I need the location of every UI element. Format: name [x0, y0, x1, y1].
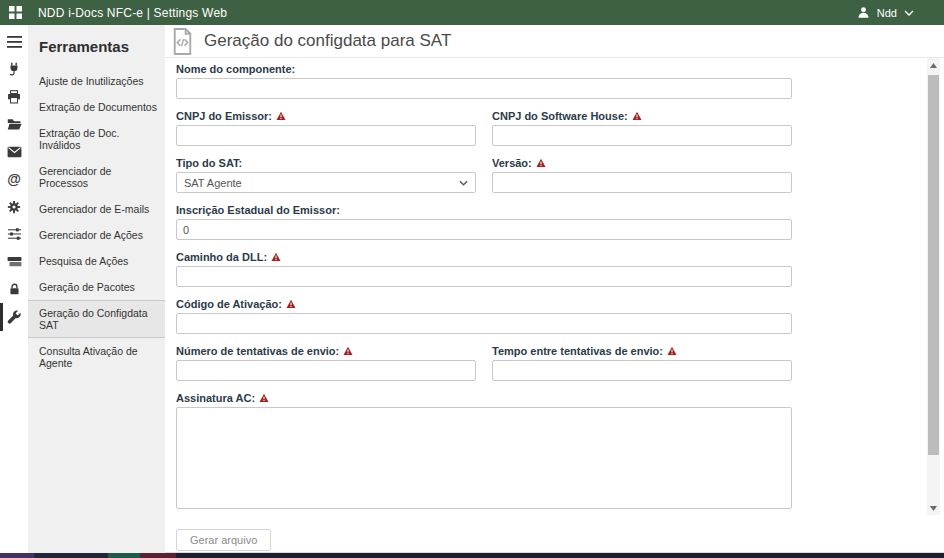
assinatura-ac-textarea[interactable]: [176, 407, 792, 509]
gear-icon: [7, 200, 21, 214]
app-launcher-button[interactable]: [0, 0, 30, 25]
folder-open-icon: [7, 117, 22, 131]
strip-segment: [140, 553, 176, 558]
tools-sidebar: Ferramentas Ajuste de Inutilizações Extr…: [28, 25, 165, 553]
strip-segment: [34, 553, 108, 558]
lock-icon: [8, 282, 21, 296]
field-nome-componente: Nome do componente:: [176, 63, 792, 99]
required-warning-icon: [632, 111, 642, 121]
taskbar-edge-strip: [0, 553, 944, 558]
sidebar-item-gerenciador-processos[interactable]: Gerenciador de Processos: [28, 158, 165, 196]
sidebar-item-ajuste-inutilizacoes[interactable]: Ajuste de Inutilizações: [28, 68, 165, 94]
config-file-icon: [170, 28, 195, 55]
field-label: Tipo do SAT:: [176, 157, 476, 169]
nav-icon-rail: @: [0, 25, 28, 553]
nav-plug-button[interactable]: [0, 56, 28, 84]
tipo-sat-selected-value: SAT Agente: [184, 177, 242, 189]
app-title: NDD i-Docs NFC-e | Settings Web: [38, 6, 227, 20]
sidebar-item-extracao-documentos[interactable]: Extração de Documentos: [28, 94, 165, 120]
field-assinatura-ac: Assinatura AC:: [176, 392, 792, 513]
codigo-ativacao-input[interactable]: [176, 313, 792, 334]
inscricao-estadual-input[interactable]: [176, 219, 792, 240]
field-cnpj-emissor: CNPJ do Emissor:: [176, 110, 476, 146]
field-inscricao-estadual: Inscrição Estadual do Emissor:: [176, 204, 792, 240]
scrollbar-down-button[interactable]: [927, 501, 940, 515]
gerar-arquivo-button[interactable]: Gerar arquivo: [176, 529, 271, 551]
sidebar-item-geracao-configdata-sat[interactable]: Geração do Configdata SAT: [28, 300, 165, 338]
at-sign-icon: @: [7, 172, 21, 186]
page-title: Geração do configdata para SAT: [204, 31, 451, 51]
sidebar-item-consulta-ativacao-agente[interactable]: Consulta Ativação de Agente: [28, 338, 165, 376]
cnpj-emissor-input[interactable]: [176, 125, 476, 146]
nav-settings-button[interactable]: [0, 193, 28, 221]
nav-menu-button[interactable]: [0, 28, 28, 56]
scrollbar-up-button[interactable]: [927, 58, 940, 72]
field-tempo-tentativas: Tempo entre tentativas de envio:: [492, 345, 792, 381]
field-label: Número de tentativas de envio:: [176, 345, 476, 357]
field-codigo-ativacao: Código de Ativação:: [176, 298, 792, 334]
required-warning-icon: [286, 299, 296, 309]
main-content: Geração do configdata para SAT Nome do c…: [165, 25, 944, 553]
wrench-icon: [7, 310, 21, 324]
vertical-scrollbar[interactable]: [927, 58, 940, 515]
scrollbar-thumb[interactable]: [928, 75, 939, 455]
configdata-form: Nome do componente: CNPJ do Emissor: CNP…: [176, 63, 792, 513]
cnpj-software-house-input[interactable]: [492, 125, 792, 146]
nav-printer-button[interactable]: [0, 83, 28, 111]
strip-segment: [108, 553, 140, 558]
row-cnpj: CNPJ do Emissor: CNPJ do Software House:: [176, 110, 792, 146]
nav-at-button[interactable]: @: [0, 166, 28, 194]
nav-sliders-button[interactable]: [0, 221, 28, 249]
nome-componente-input[interactable]: [176, 78, 792, 99]
nav-email-button[interactable]: [0, 138, 28, 166]
caminho-dll-input[interactable]: [176, 266, 792, 287]
strip-segment: [0, 553, 34, 558]
tipo-sat-select[interactable]: SAT Agente: [176, 172, 476, 193]
form-scroll-area: Nome do componente: CNPJ do Emissor: CNP…: [165, 58, 925, 515]
row-tipo-versao: Tipo do SAT: SAT Agente Versão:: [176, 157, 792, 193]
field-numero-tentativas: Número de tentativas de envio:: [176, 345, 476, 381]
versao-input[interactable]: [492, 172, 792, 193]
sidebar-item-gerenciador-acoes[interactable]: Gerenciador de Ações: [28, 222, 165, 248]
field-tipo-sat: Tipo do SAT: SAT Agente: [176, 157, 476, 193]
field-caminho-dll: Caminho da DLL:: [176, 251, 792, 287]
sidebar-item-extracao-doc-invalidos[interactable]: Extração de Doc. Inválidos: [28, 120, 165, 158]
envelope-icon: [7, 146, 22, 158]
sidebar-item-pesquisa-acoes[interactable]: Pesquisa de Ações: [28, 248, 165, 274]
required-warning-icon: [667, 346, 677, 356]
required-warning-icon: [536, 158, 546, 168]
field-label: Código de Ativação:: [176, 298, 792, 310]
required-warning-icon: [276, 111, 286, 121]
field-versao: Versão:: [492, 157, 792, 193]
chevron-down-icon: [904, 10, 914, 16]
field-label: Caminho da DLL:: [176, 251, 792, 263]
server-icon: [7, 256, 22, 268]
nav-folder-button[interactable]: [0, 111, 28, 139]
field-label: Versão:: [492, 157, 792, 169]
sidebar-item-gerenciador-emails[interactable]: Gerenciador de E-mails: [28, 196, 165, 222]
numero-tentativas-input[interactable]: [176, 360, 476, 381]
tempo-tentativas-input[interactable]: [492, 360, 792, 381]
page-header: Geração do configdata para SAT: [165, 25, 944, 58]
plug-icon: [7, 62, 21, 77]
field-label: Inscrição Estadual do Emissor:: [176, 204, 792, 216]
field-label: CNPJ do Emissor:: [176, 110, 476, 122]
printer-icon: [7, 90, 21, 104]
nav-server-button[interactable]: [0, 248, 28, 276]
required-warning-icon: [343, 346, 353, 356]
user-menu[interactable]: Ndd: [857, 6, 944, 19]
field-label: Assinatura AC:: [176, 392, 792, 404]
strip-segment: [176, 553, 944, 558]
top-app-bar: NDD i-Docs NFC-e | Settings Web Ndd: [0, 0, 944, 25]
sliders-icon: [7, 227, 22, 241]
nav-lock-button[interactable]: [0, 276, 28, 304]
field-label: Tempo entre tentativas de envio:: [492, 345, 792, 357]
sidebar-item-geracao-pacotes[interactable]: Geração de Pacotes: [28, 274, 165, 300]
required-warning-icon: [259, 393, 269, 403]
nav-tools-button[interactable]: [0, 303, 28, 331]
grid-icon: [9, 6, 22, 19]
user-name: Ndd: [877, 7, 897, 19]
row-tentativas: Número de tentativas de envio: Tempo ent…: [176, 345, 792, 381]
menu-icon: [7, 36, 22, 48]
field-label: Nome do componente:: [176, 63, 792, 75]
